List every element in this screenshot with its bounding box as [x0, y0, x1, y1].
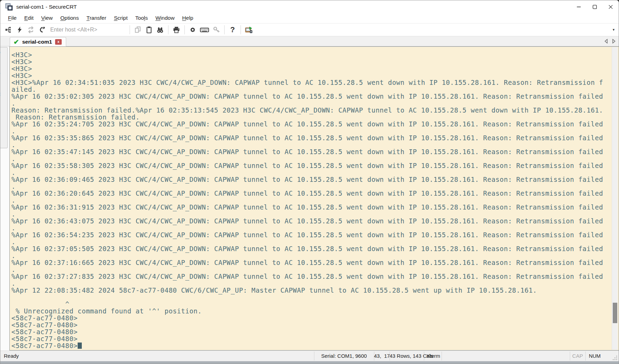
menu-bar: File Edit View Options Transfer Script T…: [0, 14, 619, 23]
toolbar-separator: [184, 25, 185, 34]
toolbar: ? ▼: [0, 23, 619, 36]
terminal-output: <H3C> <H3C> <H3C> <H3C> <H3C>%Apr 16 02:…: [10, 47, 611, 350]
app-icon: [5, 3, 13, 11]
toolbar-overflow-dropdown[interactable]: ▼: [612, 28, 615, 32]
status-emulation: Xterm: [426, 351, 440, 361]
resize-grip[interactable]: [612, 355, 618, 361]
maximize-button[interactable]: [587, 0, 603, 14]
keyboard-icon[interactable]: [198, 25, 211, 35]
terminal[interactable]: <H3C> <H3C> <H3C> <H3C> <H3C>%Apr 16 02:…: [9, 46, 619, 350]
tab-bar: ✔ serial-com1 x: [0, 36, 619, 46]
session-tree-icon[interactable]: [3, 25, 14, 35]
toolbar-separator: [168, 25, 168, 34]
tab-close-icon[interactable]: x: [55, 39, 62, 45]
session-manager-label: Session Manager: [0, 51, 1, 129]
paste-icon[interactable]: [143, 25, 155, 35]
window-bottom-edge: [0, 361, 619, 364]
securecrt-window: serial-com1 - SecureCRT File Edit View O…: [0, 0, 619, 364]
terminal-scrollbar[interactable]: [612, 47, 618, 350]
window-title: serial-com1 - SecureCRT: [16, 0, 77, 14]
menu-window[interactable]: Window: [151, 14, 178, 23]
menu-edit[interactable]: Edit: [20, 14, 37, 23]
sidebar: Session Manager: [0, 46, 9, 350]
status-cursor-position: 43, 17: [374, 351, 390, 361]
close-button[interactable]: [603, 0, 619, 14]
session-manager-color-icon[interactable]: [243, 25, 254, 35]
menu-transfer[interactable]: Transfer: [82, 14, 110, 23]
scrollbar-thumb[interactable]: [613, 303, 617, 323]
toolbar-separator: [224, 25, 225, 34]
title-bar: serial-com1 - SecureCRT: [0, 0, 619, 14]
menu-script[interactable]: Script: [110, 14, 132, 23]
menu-help[interactable]: Help: [178, 14, 197, 23]
find-icon[interactable]: [155, 25, 166, 35]
status-bar: Ready Serial: COM1, 9600 43, 17 43 Rows,…: [0, 350, 619, 361]
session-manager-tab[interactable]: Session Manager: [0, 47, 8, 148]
status-grid-size: 43 Rows, 143 Cols: [390, 351, 424, 361]
help-icon[interactable]: ?: [227, 25, 238, 35]
tab-scroll-right-icon[interactable]: [612, 39, 616, 44]
menu-tools[interactable]: Tools: [131, 14, 151, 23]
host-input[interactable]: [50, 26, 115, 33]
copy-icon[interactable]: [132, 25, 143, 35]
key-icon[interactable]: [211, 25, 222, 35]
session-options-icon[interactable]: [187, 25, 198, 35]
menu-view[interactable]: View: [37, 14, 56, 23]
reconnect-icon[interactable]: [25, 25, 36, 35]
menu-options[interactable]: Options: [56, 14, 82, 23]
tab-serial-com1[interactable]: ✔ serial-com1 x: [10, 37, 66, 46]
status-caps-lock: CAP: [570, 351, 585, 361]
quick-connect-icon[interactable]: [14, 25, 25, 35]
tab-scroll-left-icon[interactable]: [604, 39, 608, 44]
toolbar-separator: [130, 25, 130, 34]
minimize-button[interactable]: [571, 0, 587, 14]
status-serial: Serial: COM1, 9600: [314, 351, 374, 361]
terminal-cursor: [78, 343, 82, 349]
status-num-lock: NUM: [585, 351, 604, 361]
toolbar-separator: [241, 25, 241, 34]
tab-label: serial-com1: [22, 39, 52, 45]
print-icon[interactable]: [171, 25, 182, 35]
disconnect-icon[interactable]: [36, 25, 47, 35]
connected-check-icon: ✔: [14, 39, 19, 45]
menu-file[interactable]: File: [4, 14, 20, 23]
status-ready: Ready: [4, 351, 19, 361]
